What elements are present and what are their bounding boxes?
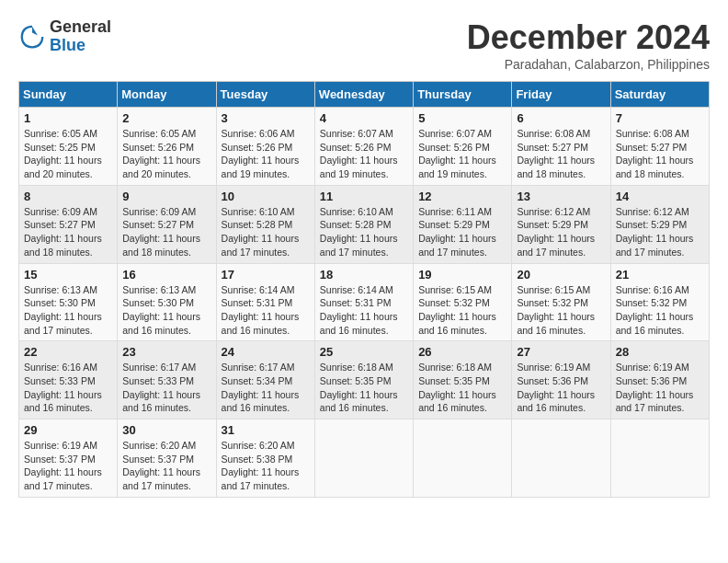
title-block: December 2024 Paradahan, Calabarzon, Phi… (467, 18, 710, 72)
day-detail: Sunrise: 6:05 AM Sunset: 5:26 PM Dayligh… (122, 127, 210, 181)
day-number: 8 (24, 190, 112, 203)
day-detail: Sunrise: 6:07 AM Sunset: 5:26 PM Dayligh… (418, 127, 506, 181)
table-cell: 11Sunrise: 6:10 AM Sunset: 5:28 PM Dayli… (314, 185, 413, 263)
table-cell: 26Sunrise: 6:18 AM Sunset: 5:35 PM Dayli… (414, 341, 512, 419)
day-number: 5 (418, 111, 506, 125)
day-number: 10 (222, 190, 310, 203)
day-number: 2 (122, 111, 210, 125)
table-cell: 8Sunrise: 6:09 AM Sunset: 5:27 PM Daylig… (19, 185, 118, 263)
day-number: 30 (122, 423, 210, 437)
table-cell: 29Sunrise: 6:19 AM Sunset: 5:37 PM Dayli… (19, 419, 118, 498)
day-number: 11 (320, 190, 408, 203)
month-title: December 2024 (467, 18, 710, 57)
day-number: 13 (517, 190, 605, 203)
day-number: 7 (616, 111, 704, 125)
day-number: 31 (222, 423, 310, 437)
day-detail: Sunrise: 6:19 AM Sunset: 5:36 PM Dayligh… (616, 361, 704, 415)
header-tuesday: Tuesday (216, 82, 314, 108)
day-number: 9 (122, 190, 210, 203)
day-detail: Sunrise: 6:10 AM Sunset: 5:28 PM Dayligh… (222, 205, 310, 259)
calendar-header-row: Sunday Monday Tuesday Wednesday Thursday… (19, 82, 710, 108)
table-cell (610, 419, 709, 498)
day-number: 15 (24, 268, 112, 282)
header-thursday: Thursday (414, 82, 512, 108)
day-detail: Sunrise: 6:16 AM Sunset: 5:32 PM Dayligh… (616, 283, 704, 338)
day-number: 18 (320, 268, 408, 282)
day-detail: Sunrise: 6:16 AM Sunset: 5:33 PM Dayligh… (24, 361, 112, 415)
day-detail: Sunrise: 6:10 AM Sunset: 5:28 PM Dayligh… (320, 205, 408, 259)
logo-general-text: General (50, 17, 111, 36)
day-number: 27 (517, 345, 605, 359)
day-detail: Sunrise: 6:14 AM Sunset: 5:31 PM Dayligh… (320, 283, 408, 338)
day-detail: Sunrise: 6:17 AM Sunset: 5:33 PM Dayligh… (122, 361, 210, 415)
day-detail: Sunrise: 6:07 AM Sunset: 5:26 PM Dayligh… (320, 127, 408, 181)
day-number: 23 (122, 345, 210, 359)
day-number: 6 (517, 111, 605, 125)
day-detail: Sunrise: 6:09 AM Sunset: 5:27 PM Dayligh… (24, 205, 112, 259)
day-detail: Sunrise: 6:08 AM Sunset: 5:27 PM Dayligh… (517, 127, 605, 181)
page-header: General Blue December 2024 Paradahan, Ca… (18, 18, 710, 72)
calendar-week-row: 29Sunrise: 6:19 AM Sunset: 5:37 PM Dayli… (19, 419, 710, 498)
table-cell: 6Sunrise: 6:08 AM Sunset: 5:27 PM Daylig… (512, 108, 610, 186)
table-cell: 7Sunrise: 6:08 AM Sunset: 5:27 PM Daylig… (610, 108, 709, 186)
day-detail: Sunrise: 6:13 AM Sunset: 5:30 PM Dayligh… (24, 283, 112, 338)
day-number: 12 (418, 190, 506, 203)
day-detail: Sunrise: 6:20 AM Sunset: 5:38 PM Dayligh… (222, 439, 310, 493)
header-monday: Monday (118, 82, 216, 108)
table-cell: 28Sunrise: 6:19 AM Sunset: 5:36 PM Dayli… (610, 341, 709, 419)
table-cell: 22Sunrise: 6:16 AM Sunset: 5:33 PM Dayli… (19, 341, 118, 419)
calendar-week-row: 1Sunrise: 6:05 AM Sunset: 5:25 PM Daylig… (19, 108, 710, 186)
table-cell: 13Sunrise: 6:12 AM Sunset: 5:29 PM Dayli… (512, 185, 610, 263)
day-number: 21 (616, 268, 704, 282)
table-cell (512, 419, 610, 498)
table-cell: 18Sunrise: 6:14 AM Sunset: 5:31 PM Dayli… (314, 263, 413, 341)
day-detail: Sunrise: 6:05 AM Sunset: 5:25 PM Dayligh… (24, 127, 112, 181)
day-detail: Sunrise: 6:06 AM Sunset: 5:26 PM Dayligh… (222, 127, 310, 181)
day-detail: Sunrise: 6:15 AM Sunset: 5:32 PM Dayligh… (418, 283, 506, 338)
day-detail: Sunrise: 6:13 AM Sunset: 5:30 PM Dayligh… (122, 283, 210, 338)
location-subtitle: Paradahan, Calabarzon, Philippines (467, 57, 710, 72)
calendar-table: Sunday Monday Tuesday Wednesday Thursday… (18, 81, 710, 498)
day-detail: Sunrise: 6:18 AM Sunset: 5:35 PM Dayligh… (418, 361, 506, 415)
day-detail: Sunrise: 6:17 AM Sunset: 5:34 PM Dayligh… (222, 361, 310, 415)
table-cell: 25Sunrise: 6:18 AM Sunset: 5:35 PM Dayli… (314, 341, 413, 419)
day-number: 19 (418, 268, 506, 282)
day-detail: Sunrise: 6:20 AM Sunset: 5:37 PM Dayligh… (122, 439, 210, 493)
day-number: 24 (222, 345, 310, 359)
day-number: 16 (122, 268, 210, 282)
table-cell: 21Sunrise: 6:16 AM Sunset: 5:32 PM Dayli… (610, 263, 709, 341)
table-cell: 23Sunrise: 6:17 AM Sunset: 5:33 PM Dayli… (118, 341, 216, 419)
table-cell: 2Sunrise: 6:05 AM Sunset: 5:26 PM Daylig… (118, 108, 216, 186)
calendar-week-row: 8Sunrise: 6:09 AM Sunset: 5:27 PM Daylig… (19, 185, 710, 263)
day-number: 22 (24, 345, 112, 359)
day-detail: Sunrise: 6:08 AM Sunset: 5:27 PM Dayligh… (616, 127, 704, 181)
day-detail: Sunrise: 6:11 AM Sunset: 5:29 PM Dayligh… (418, 205, 506, 259)
header-friday: Friday (512, 82, 610, 108)
table-cell: 17Sunrise: 6:14 AM Sunset: 5:31 PM Dayli… (216, 263, 314, 341)
table-cell: 20Sunrise: 6:15 AM Sunset: 5:32 PM Dayli… (512, 263, 610, 341)
day-detail: Sunrise: 6:14 AM Sunset: 5:31 PM Dayligh… (222, 283, 310, 338)
table-cell: 31Sunrise: 6:20 AM Sunset: 5:38 PM Dayli… (216, 419, 314, 498)
day-number: 25 (320, 345, 408, 359)
table-cell (314, 419, 413, 498)
table-cell: 3Sunrise: 6:06 AM Sunset: 5:26 PM Daylig… (216, 108, 314, 186)
header-sunday: Sunday (19, 82, 118, 108)
day-detail: Sunrise: 6:12 AM Sunset: 5:29 PM Dayligh… (517, 205, 605, 259)
day-detail: Sunrise: 6:12 AM Sunset: 5:29 PM Dayligh… (616, 205, 704, 259)
header-saturday: Saturday (610, 82, 709, 108)
calendar-week-row: 22Sunrise: 6:16 AM Sunset: 5:33 PM Dayli… (19, 341, 710, 419)
day-number: 14 (616, 190, 704, 203)
day-detail: Sunrise: 6:19 AM Sunset: 5:36 PM Dayligh… (517, 361, 605, 415)
table-cell (414, 419, 512, 498)
day-number: 17 (222, 268, 310, 282)
header-wednesday: Wednesday (314, 82, 413, 108)
table-cell: 9Sunrise: 6:09 AM Sunset: 5:27 PM Daylig… (118, 185, 216, 263)
table-cell: 12Sunrise: 6:11 AM Sunset: 5:29 PM Dayli… (414, 185, 512, 263)
day-number: 4 (320, 111, 408, 125)
logo-icon (18, 23, 46, 51)
day-number: 20 (517, 268, 605, 282)
table-cell: 16Sunrise: 6:13 AM Sunset: 5:30 PM Dayli… (118, 263, 216, 341)
day-detail: Sunrise: 6:19 AM Sunset: 5:37 PM Dayligh… (24, 439, 112, 493)
day-number: 26 (418, 345, 506, 359)
day-detail: Sunrise: 6:09 AM Sunset: 5:27 PM Dayligh… (122, 205, 210, 259)
